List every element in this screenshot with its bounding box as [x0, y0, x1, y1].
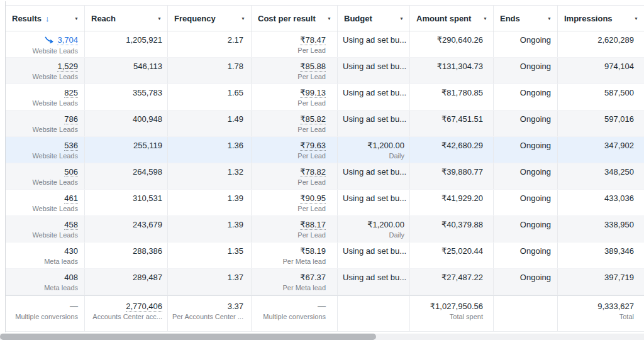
results-value[interactable]: 430 — [64, 246, 78, 256]
frequency-value: 1.37 — [168, 272, 243, 283]
frequency-value: 1.36 — [168, 140, 243, 151]
column-header-reach[interactable]: Reach ▼ — [85, 6, 168, 31]
column-label: Amount spent — [416, 14, 471, 23]
cost-unit-label: Per Lead — [252, 231, 326, 239]
cost-unit-label: Per Lead — [252, 125, 326, 134]
budget-cell: ₹1,200.00 Daily — [338, 216, 410, 242]
cost-value[interactable]: ₹79.63 — [300, 141, 326, 151]
results-total-value: — — [6, 301, 78, 312]
cost-value[interactable]: ₹85.88 — [300, 62, 326, 72]
results-value[interactable]: 786 — [64, 114, 78, 124]
column-header-ends[interactable]: Ends ▼ — [494, 6, 558, 31]
results-value[interactable]: 458 — [64, 220, 78, 230]
table-row[interactable]: 536 Website Leads 255,119 1.36 ₹79.63 Pe… — [6, 137, 644, 163]
ends-value: Ongoing — [494, 140, 551, 151]
cost-value[interactable]: ₹85.82 — [300, 114, 326, 124]
impressions-value: 338,950 — [558, 219, 634, 230]
horizontal-scrollbar-track[interactable] — [0, 334, 644, 340]
chevron-down-icon[interactable]: ▼ — [327, 16, 331, 21]
results-type-label: Website Leads — [6, 125, 78, 134]
trend-down-icon — [45, 35, 54, 46]
column-header-impressions[interactable]: Impressions ▼ — [558, 6, 644, 31]
frequency-value: 1.39 — [168, 193, 243, 204]
table-row[interactable]: 786 Website Leads 400,948 1.49 ₹85.82 Pe… — [6, 111, 644, 137]
table-row[interactable]: 458 Website Leads 243,679 1.39 ₹88.17 Pe… — [6, 216, 644, 242]
reach-cell: 289,487 — [85, 269, 168, 295]
amount-spent-value: ₹41,929.20 — [410, 193, 483, 204]
cost-per-result-cell: ₹67.37 Per Meta lead — [252, 269, 338, 295]
table-row[interactable]: 506 Website Leads 264,598 1.32 ₹78.82 Pe… — [6, 163, 644, 190]
column-header-cost-per-result[interactable]: Cost per result ▼ — [252, 6, 338, 31]
sort-descending-icon[interactable]: ↓ — [45, 14, 50, 23]
column-header-results[interactable]: Results ↓ ▼ — [6, 6, 85, 31]
chevron-down-icon[interactable]: ▼ — [157, 16, 162, 21]
frequency-cell: 1.65 — [168, 84, 252, 110]
frequency-cell: 1.78 — [168, 58, 252, 84]
table-header-row: Results ↓ ▼ Reach ▼ Frequency ▼ Cost per… — [6, 5, 644, 31]
results-type-label: Website Leads — [6, 46, 78, 55]
frequency-cell: 1.49 — [168, 111, 252, 136]
table-row[interactable]: 408 Meta leads 289,487 1.37 ₹67.37 Per M… — [6, 269, 644, 295]
spent-total-value: ₹1,027,950.56 — [410, 301, 483, 312]
results-value[interactable]: 536 — [64, 141, 78, 151]
frequency-cell: 2.17 — [168, 31, 252, 57]
impressions-cell: 433,036 — [558, 190, 644, 215]
table-row[interactable]: 461 Website Leads 310,531 1.39 ₹90.95 Pe… — [6, 190, 644, 216]
reach-value: 1,205,921 — [85, 35, 162, 45]
ends-cell: Ongoing — [494, 111, 558, 136]
ends-cell: Ongoing — [494, 137, 558, 163]
impressions-cell: 347,902 — [558, 137, 644, 163]
table-row[interactable]: 430 Meta leads 288,386 1.35 ₹58.19 Per M… — [6, 242, 644, 269]
amount-spent-value: ₹42,680.29 — [410, 140, 483, 151]
column-label: Cost per result — [258, 14, 316, 23]
chevron-down-icon[interactable]: ▼ — [634, 16, 638, 21]
column-header-amount-spent[interactable]: Amount spent ▼ — [410, 6, 494, 31]
cost-value[interactable]: ₹78.47 — [300, 35, 326, 45]
table-row[interactable]: 3,704 Website Leads 1,205,921 2.17 ₹78.4… — [6, 31, 644, 58]
chevron-down-icon[interactable]: ▼ — [399, 16, 404, 21]
chevron-down-icon[interactable]: ▼ — [483, 16, 487, 21]
reach-value: 288,386 — [85, 246, 162, 256]
reach-total-value[interactable]: 2,770,406 — [126, 302, 162, 312]
cost-value[interactable]: ₹90.95 — [300, 193, 326, 204]
results-value[interactable]: 461 — [64, 193, 78, 204]
reach-value: 255,119 — [85, 140, 162, 151]
ends-value: Ongoing — [494, 272, 551, 283]
ends-value: Ongoing — [494, 61, 551, 72]
frequency-cell: 1.35 — [168, 242, 252, 268]
cost-value[interactable]: ₹67.37 — [300, 273, 326, 282]
cost-unit-label: Per Meta lead — [252, 283, 326, 292]
column-header-frequency[interactable]: Frequency ▼ — [168, 6, 252, 31]
table-row[interactable]: 825 Website Leads 355,783 1.65 ₹99.13 Pe… — [6, 84, 644, 111]
results-value[interactable]: 408 — [64, 273, 78, 282]
ends-value: Ongoing — [494, 219, 551, 230]
results-value[interactable]: 506 — [64, 167, 78, 177]
cost-unit-label: Per Lead — [252, 72, 326, 81]
column-header-budget[interactable]: Budget ▼ — [338, 6, 410, 31]
chevron-down-icon[interactable]: ▼ — [547, 16, 552, 21]
table-row[interactable]: 1,529 Website Leads 546,113 1.78 ₹85.88 … — [6, 58, 644, 84]
results-cell: 825 Website Leads — [6, 84, 85, 110]
budget-total-cell — [338, 296, 410, 331]
reach-value: 289,487 — [85, 272, 162, 283]
frequency-cell: 1.39 — [168, 190, 252, 215]
results-cell: 408 Meta leads — [6, 269, 85, 295]
cost-value[interactable]: ₹88.17 — [300, 220, 326, 230]
horizontal-scrollbar-thumb[interactable] — [0, 334, 376, 340]
impressions-cell: 974,104 — [558, 58, 644, 84]
ends-value: Ongoing — [494, 114, 551, 124]
impressions-cell: 348,250 — [558, 163, 644, 189]
chevron-down-icon[interactable]: ▼ — [74, 16, 79, 21]
cost-value[interactable]: ₹78.82 — [300, 167, 326, 177]
cost-unit-label: Per Lead — [252, 46, 326, 55]
results-value[interactable]: 1,529 — [57, 62, 78, 72]
ends-cell: Ongoing — [494, 242, 558, 268]
results-cell: 786 Website Leads — [6, 111, 85, 136]
cost-value[interactable]: ₹58.19 — [300, 246, 326, 256]
chevron-down-icon[interactable]: ▼ — [241, 16, 245, 21]
amount-spent-cell: ₹27,487.22 — [410, 269, 494, 295]
cost-unit-label: Per Meta lead — [252, 257, 326, 266]
results-value[interactable]: 825 — [64, 88, 78, 98]
results-value[interactable]: 3,704 — [57, 35, 78, 45]
cost-value[interactable]: ₹99.13 — [300, 88, 326, 98]
